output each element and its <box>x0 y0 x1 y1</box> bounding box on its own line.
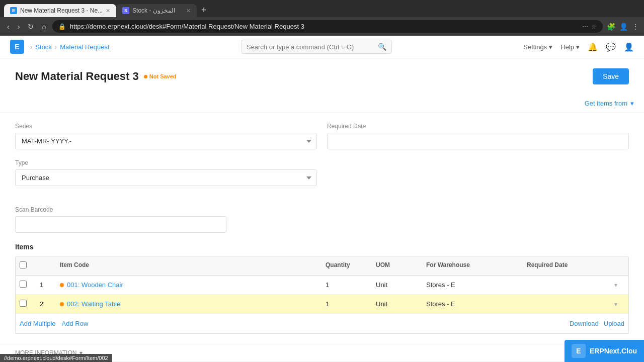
breadcrumb-material-request[interactable]: Material Request <box>60 43 109 51</box>
app-logo[interactable]: E <box>10 40 24 54</box>
notifications-icon[interactable]: 🔔 <box>588 42 598 52</box>
tab-favicon-2: S <box>122 7 129 14</box>
row1-expand[interactable]: ▾ <box>603 277 628 294</box>
form-section-main: Series MAT-MR-.YYYY.- Required Date Type… <box>0 113 644 206</box>
type-select[interactable]: Purchase Transfer Material Issue Manufac… <box>15 169 317 186</box>
header-search-area: 🔍 <box>115 40 517 54</box>
required-date-input[interactable] <box>327 133 629 149</box>
header-expand <box>603 256 628 275</box>
header-warehouse: For Warehouse <box>422 256 523 275</box>
barcode-label: Scan Barcode <box>15 206 629 213</box>
select-all-checkbox[interactable] <box>20 261 27 268</box>
form-row-type: Type Purchase Transfer Material Issue Ma… <box>15 159 629 186</box>
row1-req-date <box>523 280 603 290</box>
extensions-icon[interactable]: 🧩 <box>607 23 615 31</box>
browser-chrome: E New Material Request 3 - Ne... ✕ S Sto… <box>0 0 644 36</box>
breadcrumb-stock[interactable]: Stock <box>35 43 52 51</box>
address-actions: ⋯ ☆ <box>582 23 597 30</box>
series-label: Series <box>15 123 317 130</box>
table-footer: Add Multiple Add Row Download Upload <box>16 314 628 333</box>
get-items-button[interactable]: Get items from ▾ <box>585 100 634 107</box>
forward-button[interactable]: › <box>16 21 22 33</box>
series-select[interactable]: MAT-MR-.YYYY.- <box>15 133 317 149</box>
chat-icon[interactable]: 💬 <box>606 42 616 52</box>
items-section: Items Item Code Quantity UOM For Warehou… <box>0 243 644 344</box>
row2-checkbox-cell <box>16 295 36 313</box>
branding-logo: E <box>572 344 586 358</box>
new-tab-button[interactable]: + <box>197 3 211 17</box>
status-bar: //demo.erpnext.cloud/desk#Form/Item/002 <box>0 354 112 361</box>
status-url: //demo.erpnext.cloud/desk#Form/Item/002 <box>4 355 108 361</box>
tab-close-1[interactable]: ✕ <box>106 8 110 14</box>
status-text: Not Saved <box>149 73 177 79</box>
upload-button[interactable]: Upload <box>604 320 624 327</box>
active-tab[interactable]: E New Material Request 3 - Ne... ✕ <box>4 4 116 17</box>
profile-icon[interactable]: 👤 <box>619 23 628 31</box>
row1-uom: Unit <box>372 276 422 294</box>
browser-menu-icon[interactable]: ⋮ <box>632 23 639 31</box>
header-checkbox-col <box>16 256 36 275</box>
tab-favicon-1: E <box>10 7 17 14</box>
row1-item-link[interactable]: 001: Wooden Chair <box>60 281 317 289</box>
row2-num: 2 <box>36 295 56 313</box>
settings-button[interactable]: Settings ▾ <box>523 43 552 51</box>
row2-warehouse: Stores - E <box>422 295 523 313</box>
header-quantity: Quantity <box>321 256 372 275</box>
search-input[interactable] <box>247 43 374 51</box>
required-date-field: Required Date <box>327 123 629 149</box>
page-title-area: New Material Request 3 Not Saved <box>15 70 177 83</box>
row1-checkbox-cell <box>16 276 36 294</box>
add-row-button[interactable]: Add Row <box>62 320 89 327</box>
row2-checkbox[interactable] <box>20 300 27 307</box>
erpnext-branding: E ERPNext.Clou <box>565 340 644 361</box>
save-button[interactable]: Save <box>593 68 629 84</box>
series-field: Series MAT-MR-.YYYY.- <box>15 123 317 149</box>
header-req-date: Required Date <box>523 256 603 275</box>
header-actions: Settings ▾ Help ▾ 🔔 💬 👤 <box>523 42 634 52</box>
page-title: New Material Request 3 <box>15 70 139 83</box>
row2-expand[interactable]: ▾ <box>603 296 628 313</box>
bookmark-icon[interactable]: ⋯ <box>582 23 588 30</box>
row2-quantity: 1 <box>321 295 372 313</box>
breadcrumb: › Stock › Material Request <box>30 43 109 51</box>
row2-item-link[interactable]: 002: Waiting Table <box>60 300 317 308</box>
refresh-button[interactable]: ↻ <box>26 21 36 33</box>
user-avatar[interactable]: 👤 <box>624 42 634 52</box>
add-multiple-button[interactable]: Add Multiple <box>20 320 56 327</box>
address-bar[interactable]: 🔒 https://demo.erpnext.cloud/desk#Form/M… <box>52 20 603 33</box>
header-num-col <box>36 256 56 275</box>
row1-num: 1 <box>36 276 56 294</box>
back-button[interactable]: ‹ <box>5 21 12 33</box>
row2-req-date <box>523 299 603 309</box>
row1-checkbox[interactable] <box>20 281 27 288</box>
row2-item-code: 002: Waiting Table <box>56 295 321 313</box>
help-button[interactable]: Help ▾ <box>560 43 580 51</box>
header-item-code: Item Code <box>56 256 321 275</box>
items-table: Item Code Quantity UOM For Warehouse Req… <box>15 256 629 334</box>
row1-quantity: 1 <box>321 276 372 294</box>
home-button[interactable]: ⌂ <box>40 21 48 33</box>
get-items-bar: Get items from ▾ <box>0 95 644 113</box>
row2-item-text: 002: Waiting Table <box>67 300 120 308</box>
download-button[interactable]: Download <box>570 320 599 327</box>
search-box[interactable]: 🔍 <box>241 40 392 54</box>
required-date-label: Required Date <box>327 123 629 130</box>
items-label: Items <box>15 243 629 251</box>
row1-item-text: 001: Wooden Chair <box>67 281 123 289</box>
settings-chevron: ▾ <box>549 43 552 51</box>
barcode-input[interactable] <box>15 216 226 233</box>
row1-status-dot <box>60 283 64 287</box>
row1-warehouse: Stores - E <box>422 276 523 294</box>
get-items-chevron: ▾ <box>630 100 634 107</box>
tab-close-2[interactable]: ✕ <box>186 8 191 14</box>
bookmark-star[interactable]: ☆ <box>591 23 597 30</box>
app-header: E › Stock › Material Request 🔍 Settings … <box>0 36 644 58</box>
table-actions: Download Upload <box>570 320 624 327</box>
tab-2[interactable]: S Stock - المخزون ✕ <box>116 4 197 17</box>
get-items-label: Get items from <box>585 100 627 107</box>
help-label: Help <box>560 43 574 51</box>
breadcrumb-sep-2: › <box>55 43 57 51</box>
status-dot <box>144 75 147 78</box>
breadcrumb-sep-1: › <box>30 43 32 51</box>
status-badge: Not Saved <box>144 73 177 79</box>
